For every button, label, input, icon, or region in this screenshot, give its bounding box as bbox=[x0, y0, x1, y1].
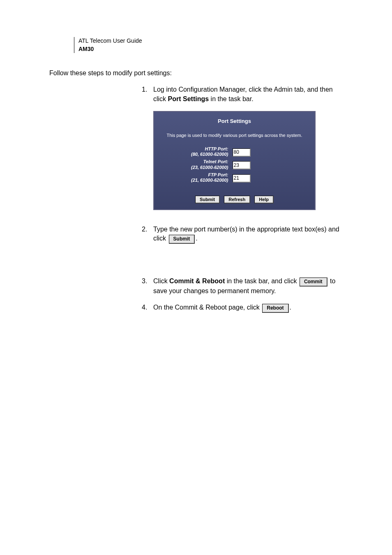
step-content: Click Commit & Reboot in the task bar, a… bbox=[153, 277, 343, 296]
http-port-label: HTTP Port: (80, 61000-62000) bbox=[173, 146, 233, 158]
step-text: in the task bar, and click bbox=[225, 278, 299, 284]
submit-button[interactable]: Submit bbox=[195, 196, 220, 204]
label-text: HTTP Port: bbox=[205, 146, 228, 151]
step-content: Log into Configuration Manager, click th… bbox=[153, 85, 343, 217]
panel-title: Port Settings bbox=[154, 112, 315, 129]
http-port-input[interactable] bbox=[233, 148, 251, 157]
step-number: 1. bbox=[142, 85, 153, 217]
step-text: Click bbox=[153, 278, 169, 284]
refresh-button[interactable]: Refresh bbox=[224, 196, 250, 204]
step-text: in the task bar. bbox=[209, 95, 254, 102]
panel-buttons: Submit Refresh Help bbox=[154, 187, 315, 209]
ftp-port-row: FTP Port: (21, 61000-62000) bbox=[173, 172, 296, 184]
step-4: 4. On the Commit & Reboot page, click Re… bbox=[142, 303, 343, 313]
panel-description: This page is used to modify various port… bbox=[154, 129, 315, 146]
step-number: 2. bbox=[142, 225, 153, 244]
step-number: 4. bbox=[142, 303, 153, 313]
submit-inline-button[interactable]: Submit bbox=[169, 235, 195, 244]
help-button[interactable]: Help bbox=[254, 196, 274, 204]
http-port-row: HTTP Port: (80, 61000-62000) bbox=[173, 146, 296, 158]
label-text: Telnet Port: bbox=[203, 159, 228, 164]
intro-text: Follow these steps to modify port settin… bbox=[49, 69, 343, 77]
telnet-port-input[interactable] bbox=[233, 161, 251, 169]
panel-form: HTTP Port: (80, 61000-62000) Telnet Port… bbox=[154, 146, 315, 188]
reboot-inline-button[interactable]: Reboot bbox=[262, 304, 288, 313]
header-model: AM30 bbox=[78, 45, 343, 53]
step-content: Type the new port number(s) in the appro… bbox=[153, 225, 343, 244]
label-range: (80, 61000-62000) bbox=[191, 152, 228, 157]
telnet-port-row: Telnet Port: (23, 61000-62000) bbox=[173, 159, 296, 171]
commit-inline-button[interactable]: Commit bbox=[300, 278, 327, 287]
label-range: (23, 61000-62000) bbox=[191, 165, 228, 170]
telnet-port-label: Telnet Port: (23, 61000-62000) bbox=[173, 159, 233, 171]
port-settings-panel: Port Settings This page is used to modif… bbox=[153, 111, 316, 210]
steps-list: 1. Log into Configuration Manager, click… bbox=[142, 85, 343, 313]
step-text: . bbox=[290, 304, 291, 311]
ftp-port-input[interactable] bbox=[233, 174, 251, 183]
header-company: ATL Telecom User Guide bbox=[78, 37, 343, 45]
label-text: FTP Port: bbox=[208, 172, 228, 177]
step-2: 2. Type the new port number(s) in the ap… bbox=[142, 225, 343, 244]
step-1: 1. Log into Configuration Manager, click… bbox=[142, 85, 343, 217]
step-content: On the Commit & Reboot page, click Reboo… bbox=[153, 303, 343, 313]
label-range: (21, 61000-62000) bbox=[191, 178, 228, 183]
step-bold: Commit & Reboot bbox=[169, 278, 225, 284]
step-bold: Port Settings bbox=[168, 95, 209, 102]
page-header: ATL Telecom User Guide AM30 bbox=[74, 37, 343, 53]
step-number: 3. bbox=[142, 277, 153, 296]
step-text: On the Commit & Reboot page, click bbox=[153, 304, 261, 311]
step-3: 3. Click Commit & Reboot in the task bar… bbox=[142, 277, 343, 296]
step-text: . bbox=[196, 235, 197, 242]
ftp-port-label: FTP Port: (21, 61000-62000) bbox=[173, 172, 233, 184]
